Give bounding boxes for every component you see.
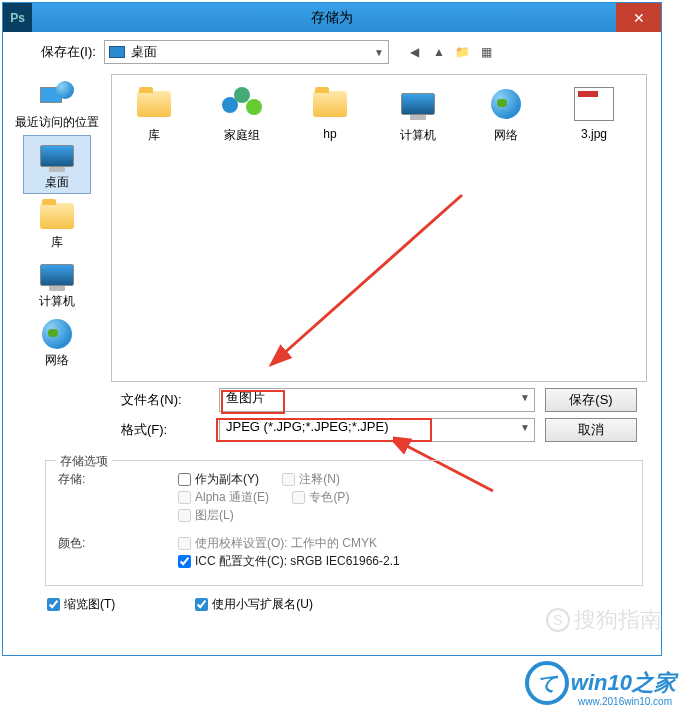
titlebar: Ps 存储为 ✕ [3, 3, 661, 32]
color-label: 颜色: [58, 535, 112, 571]
storage-options-group: 存储选项 存储: 作为副本(Y) 注释(N) Alpha 通道(E) 专色(P)… [45, 460, 643, 586]
icc-checkbox[interactable]: ICC 配置文件(C): sRGB IEC61966-2.1 [178, 553, 400, 570]
chevron-down-icon: ▼ [520, 422, 530, 433]
alpha-checkbox: Alpha 通道(E) [178, 489, 269, 506]
watermark-sogou: S搜狗指南 [546, 605, 662, 635]
location-row: 保存在(I): 桌面 ▼ ◀ ▲ 📁 ▦ [3, 32, 661, 68]
storage-options-header: 存储选项 [56, 453, 112, 470]
annotations-checkbox: 注释(N) [282, 471, 340, 488]
chevron-down-icon: ▼ [374, 47, 384, 58]
chevron-down-icon: ▼ [520, 392, 530, 403]
window-title: 存储为 [311, 9, 353, 27]
back-icon[interactable]: ◀ [405, 42, 425, 62]
save-as-dialog: Ps 存储为 ✕ 保存在(I): 桌面 ▼ ◀ ▲ 📁 ▦ 最近访问的位置 桌面 [2, 2, 662, 656]
save-in-label: 保存在(I): [41, 43, 96, 61]
format-label: 格式(F): [121, 421, 209, 439]
save-button[interactable]: 保存(S) [545, 388, 637, 412]
thumbnail-checkbox[interactable]: 缩览图(T) [47, 596, 115, 613]
file-list[interactable]: 库 家庭组 hp 计算机 网络 3.jpg [111, 74, 647, 382]
location-combo[interactable]: 桌面 ▼ [104, 40, 389, 64]
filename-input[interactable]: 鱼图片 ▼ [219, 388, 535, 412]
file-item-library[interactable]: 库 [124, 85, 184, 144]
new-folder-icon[interactable]: 📁 [453, 42, 473, 62]
file-item-homegroup[interactable]: 家庭组 [212, 85, 272, 144]
proof-checkbox: 使用校样设置(O): 工作中的 CMYK [178, 535, 377, 552]
format-combo[interactable]: JPEG (*.JPG;*.JPEG;*.JPE) ▼ [219, 418, 535, 442]
view-icon[interactable]: ▦ [477, 42, 497, 62]
file-item-computer[interactable]: 计算机 [388, 85, 448, 144]
sidebar-item-computer[interactable]: 计算机 [23, 255, 91, 312]
up-icon[interactable]: ▲ [429, 42, 449, 62]
file-item-hp[interactable]: hp [300, 85, 360, 141]
storage-label: 存储: [58, 471, 112, 525]
file-item-3jpg[interactable]: 3.jpg [564, 85, 624, 141]
nav-icons: ◀ ▲ 📁 ▦ [405, 42, 497, 62]
sidebar-item-network[interactable]: 网络 [23, 314, 91, 371]
svg-line-0 [282, 195, 462, 355]
filename-row: 文件名(N): 鱼图片 ▼ 保存(S) [121, 388, 649, 412]
spot-checkbox: 专色(P) [292, 489, 349, 506]
as-copy-checkbox[interactable]: 作为副本(Y) [178, 471, 259, 488]
main-area: 最近访问的位置 桌面 库 计算机 网络 库 [3, 68, 661, 382]
annotation-arrow-1 [262, 175, 482, 375]
format-row: 格式(F): JPEG (*.JPG;*.JPEG;*.JPE) ▼ 取消 [121, 418, 649, 442]
layers-checkbox: 图层(L) [178, 507, 234, 524]
places-sidebar: 最近访问的位置 桌面 库 计算机 网络 [3, 68, 111, 382]
watermark-win10: て win10之家 www.2016win10.com [525, 661, 676, 705]
file-item-network[interactable]: 网络 [476, 85, 536, 144]
sidebar-item-desktop[interactable]: 桌面 [23, 135, 91, 194]
lowercase-checkbox[interactable]: 使用小写扩展名(U) [195, 596, 313, 613]
filename-label: 文件名(N): [121, 391, 209, 409]
sidebar-item-recent[interactable]: 最近访问的位置 [23, 76, 91, 133]
sidebar-item-library[interactable]: 库 [23, 196, 91, 253]
location-text: 桌面 [131, 43, 374, 61]
close-button[interactable]: ✕ [616, 3, 661, 32]
app-icon: Ps [3, 3, 32, 32]
cancel-button[interactable]: 取消 [545, 418, 637, 442]
desktop-icon [109, 46, 125, 58]
